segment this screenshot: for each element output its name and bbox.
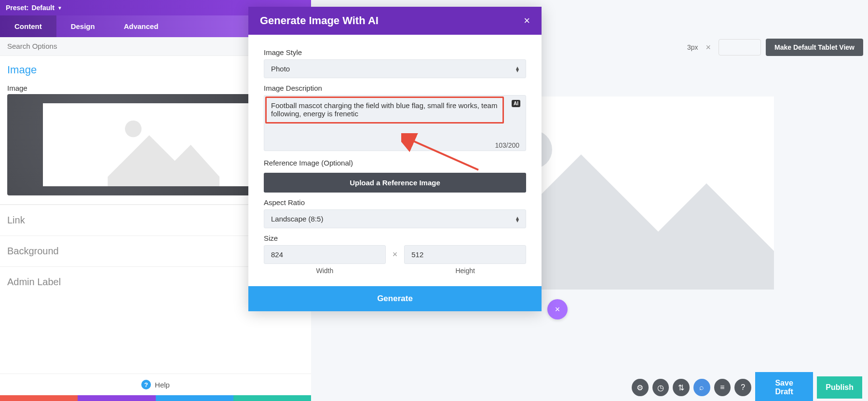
tab-design[interactable]: Design	[56, 15, 109, 37]
strip-red[interactable]	[0, 395, 78, 401]
generate-image-modal: Generate Image With AI × Image Style Pho…	[248, 7, 542, 311]
image-style-select[interactable]: Photo ▴▾	[264, 59, 526, 78]
image-style-value: Photo	[271, 65, 290, 73]
select-caret-icon: ▴▾	[516, 66, 519, 72]
select-caret-icon: ▴▾	[516, 216, 519, 222]
panel-bottom-strip	[0, 395, 311, 401]
upload-reference-button[interactable]: Upload a Reference Image	[264, 173, 526, 193]
modal-close-icon[interactable]: ×	[524, 14, 530, 27]
height-input[interactable]	[404, 245, 526, 264]
module-close-button[interactable]: ×	[547, 299, 568, 319]
image-description-textarea[interactable]	[264, 95, 526, 151]
modal-title: Generate Image With AI	[260, 14, 379, 27]
image-style-label: Image Style	[264, 48, 526, 56]
image-placeholder-icon	[43, 103, 268, 186]
publish-button[interactable]: Publish	[817, 376, 862, 399]
size-row: Width × Height	[264, 245, 526, 275]
reference-image-label: Reference Image (Optional)	[264, 159, 526, 167]
aspect-ratio-label: Aspect Ratio	[264, 198, 526, 207]
modal-body: Image Style Photo ▴▾ Image Description A…	[248, 35, 542, 279]
preset-value: Default	[31, 4, 54, 12]
size-readout: 3px	[687, 43, 698, 51]
history-clock-icon[interactable]: ◷	[652, 379, 669, 396]
strip-blue[interactable]	[156, 395, 233, 401]
svg-point-1	[125, 121, 141, 137]
close-icon: ×	[555, 304, 560, 315]
settings-gear-icon[interactable]: ⚙	[632, 379, 649, 396]
save-draft-button[interactable]: Save Draft	[755, 372, 813, 401]
ai-badge[interactable]: AI	[512, 100, 520, 107]
clear-size-icon[interactable]: ×	[703, 42, 714, 53]
width-caption: Width	[316, 267, 333, 275]
preset-label: Preset:	[6, 4, 28, 12]
help-label: Help	[155, 381, 170, 389]
char-count: 103/200	[495, 141, 519, 149]
sort-icon[interactable]: ⇅	[673, 379, 690, 396]
help-icon: ?	[141, 380, 151, 389]
image-description-label: Image Description	[264, 84, 526, 92]
help-circle-icon[interactable]: ?	[734, 379, 751, 396]
zoom-icon[interactable]: ⌕	[693, 379, 710, 396]
chevron-down-icon: ▼	[57, 5, 62, 11]
strip-purple[interactable]	[78, 395, 155, 401]
size-input-small[interactable]	[719, 39, 761, 55]
layers-icon[interactable]: ≡	[714, 379, 731, 396]
top-controls-right: 3px × Make Default Tablet View	[687, 39, 863, 56]
tab-advanced[interactable]: Advanced	[109, 15, 173, 37]
aspect-ratio-value: Landscape (8:5)	[271, 215, 323, 223]
strip-green[interactable]	[233, 395, 311, 401]
aspect-ratio-select[interactable]: Landscape (8:5) ▴▾	[264, 209, 526, 228]
modal-header: Generate Image With AI ×	[248, 7, 542, 35]
generate-button[interactable]: Generate	[248, 286, 542, 311]
builder-bar: ⚙ ◷ ⇅ ⌕ ≡ ? Save Draft Publish	[622, 374, 868, 401]
size-label: Size	[264, 234, 526, 242]
tab-content[interactable]: Content	[0, 15, 56, 37]
make-default-tablet-button[interactable]: Make Default Tablet View	[766, 39, 863, 56]
height-caption: Height	[455, 267, 475, 275]
times-icon: ×	[393, 249, 398, 260]
help-row[interactable]: ? Help	[0, 373, 311, 395]
width-input[interactable]	[264, 245, 386, 264]
